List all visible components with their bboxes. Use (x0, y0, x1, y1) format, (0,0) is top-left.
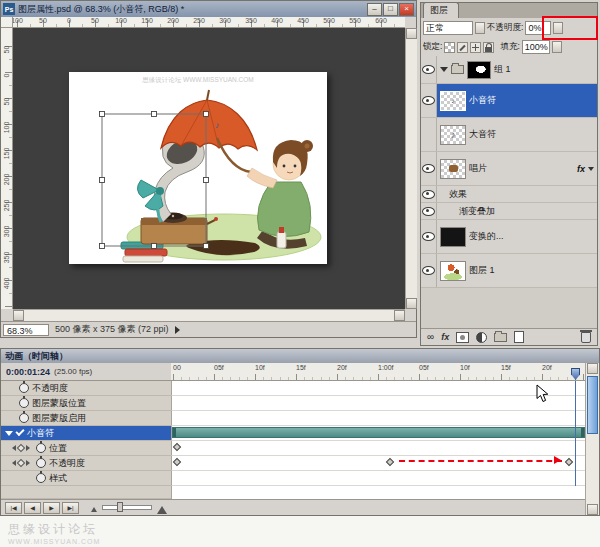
layer-row[interactable]: 图层 1 (421, 254, 597, 288)
layer-row-group[interactable]: 组 1 (421, 56, 597, 84)
playhead-handle[interactable] (571, 368, 580, 380)
zoom-level-field[interactable]: 68.3% (3, 324, 49, 336)
close-button[interactable]: × (399, 3, 414, 16)
add-mask-icon[interactable] (456, 332, 469, 343)
property-label[interactable]: 样式 (1, 471, 171, 486)
property-label[interactable]: 图层蒙版启用 (1, 411, 171, 426)
new-layer-icon[interactable] (514, 331, 524, 343)
property-label[interactable]: 位置 (1, 441, 171, 456)
layer-track-label-selected[interactable]: 小音符 (1, 426, 171, 441)
document-vertical-scrollbar[interactable] (405, 28, 417, 309)
scroll-down-icon[interactable] (406, 298, 417, 309)
property-label[interactable]: 图层蒙版位置 (1, 396, 171, 411)
group-mask-thumbnail[interactable] (467, 61, 491, 79)
visibility-toggle[interactable] (421, 254, 437, 287)
next-frame-button[interactable]: ▶| (62, 502, 79, 514)
horizontal-ruler[interactable]: 1005005010015020025030035040045050055060… (13, 17, 405, 28)
visibility-toggle[interactable] (421, 56, 437, 83)
vertical-ruler[interactable]: 50050100150200250300350400 (1, 28, 13, 309)
timeline-zoom-slider[interactable] (102, 505, 152, 510)
blend-mode-dropdown-icon[interactable] (475, 22, 485, 34)
opacity-slider-icon[interactable] (553, 22, 563, 34)
expand-triangle-icon[interactable] (5, 431, 13, 440)
stopwatch-icon[interactable] (19, 383, 29, 393)
tab-layers[interactable]: 图层 (423, 2, 459, 18)
property-track[interactable] (171, 411, 585, 426)
add-keyframe-icon[interactable] (17, 459, 25, 467)
scroll-up-icon[interactable] (406, 28, 417, 39)
previous-frame-button[interactable]: ◀ (24, 502, 41, 514)
keyframe-diamond[interactable] (565, 458, 573, 466)
keyframe-navigator[interactable] (9, 445, 33, 451)
layer-thumbnail[interactable]: ♪ (440, 125, 466, 145)
visibility-toggle[interactable] (421, 203, 437, 219)
property-track[interactable] (171, 471, 585, 486)
stopwatch-icon[interactable] (36, 458, 46, 468)
fill-slider-icon[interactable] (552, 41, 562, 53)
layer-thumbnail[interactable] (440, 227, 466, 247)
maximize-button[interactable]: □ (383, 3, 398, 16)
property-track[interactable] (171, 456, 585, 471)
layer-thumbnail[interactable] (440, 261, 466, 281)
scroll-left-icon[interactable] (13, 310, 24, 321)
link-layers-icon[interactable]: ∞ (427, 332, 434, 342)
property-track[interactable] (171, 441, 585, 456)
go-to-start-button[interactable]: |◀ (5, 502, 22, 514)
layer-duration-track[interactable] (171, 426, 585, 441)
canvas-area[interactable]: 思缘设计论坛 WWW.MISSYUAN.COM (13, 28, 405, 309)
scroll-right-icon[interactable] (394, 310, 405, 321)
layer-row-selected[interactable]: ♪ 小音符 (421, 84, 597, 118)
stopwatch-icon[interactable] (19, 413, 29, 423)
opacity-field[interactable]: 0% (525, 21, 551, 35)
play-button[interactable]: ▶ (43, 502, 60, 514)
timeline-titlebar[interactable]: 动画（时间轴） (1, 349, 599, 363)
status-menu-arrow-icon[interactable] (175, 326, 184, 334)
property-label[interactable]: 不透明度 (1, 381, 171, 396)
scroll-up-icon[interactable] (587, 363, 598, 374)
prev-keyframe-icon[interactable] (9, 445, 16, 451)
keyframe-diamond[interactable] (173, 443, 181, 451)
minimize-button[interactable]: – (367, 3, 382, 16)
blend-mode-select[interactable]: 正常 (423, 21, 473, 35)
layer-row[interactable]: 变换的... (421, 220, 597, 254)
lock-pixels-icon[interactable] (457, 42, 468, 53)
visibility-toggle[interactable] (421, 186, 437, 202)
stopwatch-icon[interactable] (36, 443, 46, 453)
property-label[interactable]: 不透明度 (1, 456, 171, 471)
fill-field[interactable]: 100% (522, 40, 550, 54)
zoom-out-icon[interactable] (91, 504, 97, 512)
stopwatch-icon[interactable] (36, 473, 46, 483)
stopwatch-icon[interactable] (19, 398, 29, 408)
artboard[interactable]: 思缘设计论坛 WWW.MISSYUAN.COM (69, 72, 327, 264)
document-horizontal-scrollbar[interactable] (13, 309, 405, 321)
keyframe-navigator[interactable] (9, 460, 33, 466)
next-keyframe-icon[interactable] (26, 445, 33, 451)
zoom-in-icon[interactable] (157, 501, 167, 514)
layer-thumbnail[interactable]: ♪ (440, 91, 466, 111)
layer-style-icon[interactable]: fx (441, 332, 449, 342)
adjustment-layer-icon[interactable] (476, 332, 487, 343)
document-titlebar[interactable]: Ps 图层属性.psd @ 68.3% (小音符, RGB/8) * – □ × (1, 1, 416, 17)
lock-all-icon[interactable] (483, 42, 494, 53)
time-ruler[interactable]: 0005f10f15f20f1:00f05f10f15f20f (171, 363, 585, 381)
layer-thumbnail[interactable] (440, 159, 466, 179)
scroll-down-icon[interactable] (587, 504, 598, 515)
visibility-toggle[interactable] (421, 84, 437, 117)
scrollbar-thumb[interactable] (587, 376, 598, 434)
expand-group-icon[interactable] (440, 67, 448, 76)
keyframe-diamond[interactable] (386, 458, 394, 466)
visibility-toggle[interactable] (421, 118, 437, 151)
zoom-slider-thumb[interactable] (117, 502, 123, 512)
layer-duration-bar[interactable] (172, 427, 585, 438)
effects-row[interactable]: 效果 (421, 186, 597, 203)
layer-row[interactable]: ♪ 大音符 (421, 118, 597, 152)
prev-keyframe-icon[interactable] (9, 460, 16, 466)
fx-collapse-icon[interactable] (588, 167, 594, 174)
next-keyframe-icon[interactable] (26, 460, 33, 466)
delete-layer-icon[interactable] (581, 332, 591, 343)
effect-item-row[interactable]: 渐变叠加 (421, 203, 597, 220)
lock-position-icon[interactable] (470, 42, 481, 53)
property-track[interactable] (171, 396, 585, 411)
add-keyframe-icon[interactable] (17, 444, 25, 452)
property-track[interactable] (171, 381, 585, 396)
